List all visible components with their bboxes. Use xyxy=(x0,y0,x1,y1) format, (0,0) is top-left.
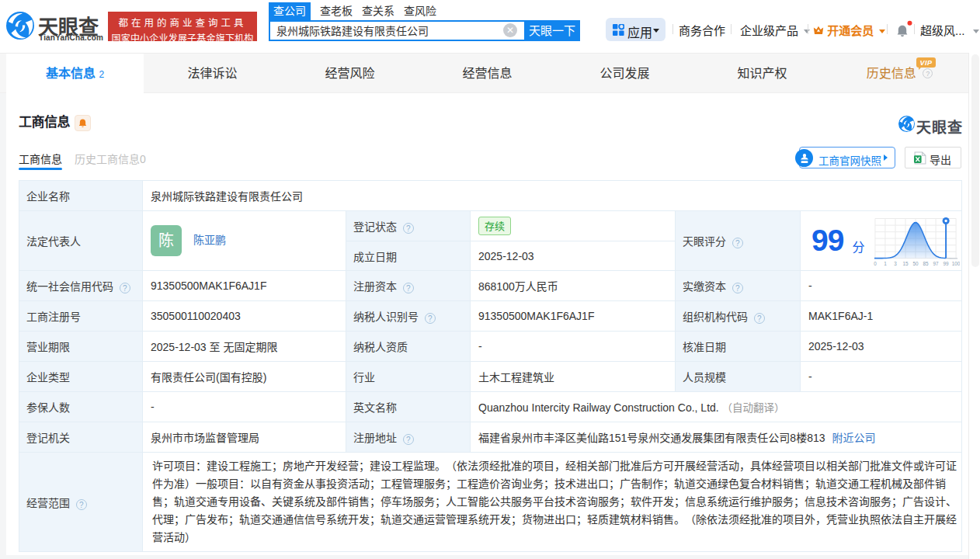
svg-text:99: 99 xyxy=(944,261,950,266)
svg-text:1: 1 xyxy=(884,261,888,266)
svg-text:0: 0 xyxy=(874,261,877,266)
svg-text:85: 85 xyxy=(923,261,930,266)
svg-text:3: 3 xyxy=(895,261,898,266)
svg-text:97: 97 xyxy=(933,261,940,266)
svg-text:100: 100 xyxy=(952,261,960,266)
svg-text:15: 15 xyxy=(903,261,909,266)
svg-text:50: 50 xyxy=(913,261,919,266)
